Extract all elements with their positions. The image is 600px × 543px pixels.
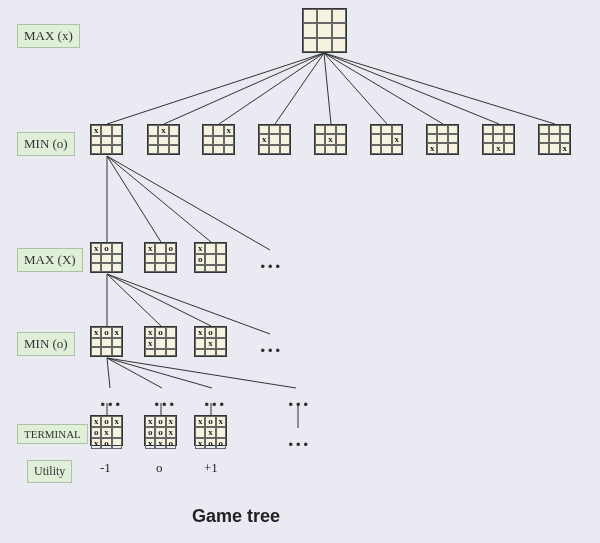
- board-cell: [158, 136, 168, 145]
- board-cell: o: [205, 327, 215, 338]
- board-cell: [166, 263, 176, 272]
- board-cell: [280, 125, 290, 134]
- board-cell: [101, 347, 111, 356]
- board-cell: [91, 338, 101, 347]
- board-cell: [325, 125, 335, 134]
- board-cell: [91, 347, 101, 356]
- level-label-terminal: TERMINAL: [17, 424, 88, 444]
- board-cell: x: [91, 438, 101, 449]
- board-cell: [303, 9, 317, 23]
- board-cell: o: [205, 416, 215, 427]
- board-cell: x: [155, 438, 165, 449]
- svg-line-17: [107, 358, 110, 388]
- board-cell: x: [145, 243, 155, 254]
- board-cell: o: [101, 438, 111, 449]
- board-cell: [155, 338, 165, 349]
- board-cell: [303, 38, 317, 52]
- ellipsis-m1: ...: [100, 386, 123, 412]
- board-r3-2: xox: [194, 326, 227, 357]
- board-cell: [483, 143, 493, 154]
- board-cell: [216, 265, 226, 272]
- board-cell: x: [259, 134, 269, 145]
- board-cell: [504, 125, 514, 134]
- board-r1-3: x: [258, 124, 291, 155]
- level-label-min1: MIN (o): [17, 132, 75, 156]
- board-cell: x: [91, 243, 101, 254]
- board-cell: o: [145, 427, 155, 438]
- board-cell: [317, 23, 331, 37]
- board-r1-1: x: [147, 124, 180, 155]
- board-cell: [213, 125, 223, 136]
- board-cell: [381, 134, 391, 145]
- board-cell: [101, 136, 111, 145]
- svg-line-15: [107, 274, 211, 326]
- board-cell: o: [216, 438, 226, 449]
- board-cell: [325, 145, 335, 154]
- utility-0: -1: [100, 460, 111, 476]
- board-cell: x: [166, 416, 176, 427]
- board-cell: [332, 23, 346, 37]
- board-cell: [148, 145, 158, 154]
- board-cell: x: [91, 416, 101, 427]
- board-cell: [539, 125, 549, 134]
- svg-line-14: [107, 274, 161, 326]
- board-cell: [148, 125, 158, 136]
- ellipsis-m3: ...: [204, 386, 227, 412]
- board-cell: [101, 338, 111, 347]
- board-cell: [101, 263, 111, 272]
- board-cell: x: [91, 327, 101, 338]
- board-cell: [381, 145, 391, 154]
- svg-line-7: [324, 53, 499, 124]
- board-cell: [145, 254, 155, 263]
- board-cell: [224, 145, 234, 154]
- board-cell: [269, 134, 279, 145]
- utility-1: o: [156, 460, 163, 476]
- board-cell: [315, 125, 325, 134]
- board-cell: [216, 327, 226, 338]
- ellipsis-m4: ...: [288, 386, 311, 412]
- board-cell: [216, 243, 226, 254]
- board-cell: [205, 349, 215, 356]
- board-cell: [112, 338, 122, 347]
- board-cell: [205, 265, 215, 272]
- board-cell: o: [195, 254, 205, 265]
- svg-line-6: [324, 53, 443, 124]
- svg-line-18: [107, 358, 162, 388]
- board-r1-7: x: [482, 124, 515, 155]
- board-cell: [303, 23, 317, 37]
- board-cell: [549, 125, 559, 134]
- board-cell: [155, 254, 165, 263]
- board-cell: [203, 136, 213, 145]
- board-cell: [493, 134, 503, 143]
- board-cell: [148, 136, 158, 145]
- svg-line-2: [219, 53, 324, 124]
- board-cell: x: [195, 243, 205, 254]
- board-cell: o: [205, 438, 215, 449]
- board-cell: [213, 136, 223, 145]
- board-cell: [101, 125, 111, 136]
- board-cell: [493, 125, 503, 134]
- board-cell: [112, 145, 122, 154]
- board-cell: [155, 263, 165, 272]
- board-cell: [112, 254, 122, 263]
- board-cell: [145, 263, 155, 272]
- board-r4-2: xoxxxoo: [194, 415, 227, 446]
- board-cell: [155, 349, 165, 356]
- board-cell: [216, 427, 226, 438]
- board-cell: [205, 254, 215, 265]
- board-cell: [269, 145, 279, 154]
- board-cell: x: [166, 427, 176, 438]
- board-cell: [315, 134, 325, 145]
- board-cell: [371, 145, 381, 154]
- board-cell: [317, 9, 331, 23]
- board-cell: [392, 145, 402, 154]
- board-cell: [259, 145, 269, 154]
- board-cell: x: [112, 327, 122, 338]
- board-r1-4: x: [314, 124, 347, 155]
- board-cell: o: [91, 427, 101, 438]
- board-cell: [392, 125, 402, 134]
- board-cell: [195, 349, 205, 356]
- board-r4-1: xoxooxxxo: [144, 415, 177, 446]
- svg-line-3: [275, 53, 324, 124]
- board-cell: x: [195, 416, 205, 427]
